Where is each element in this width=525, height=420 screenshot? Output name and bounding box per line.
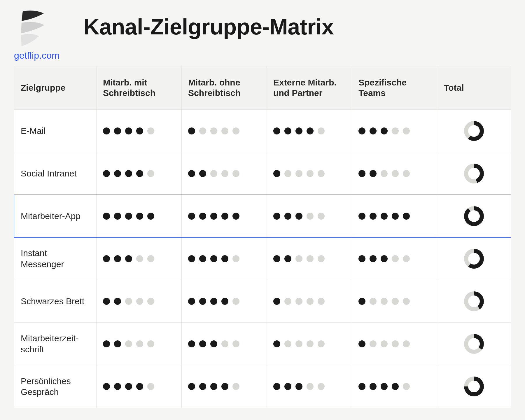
dot-filled-icon [370,383,377,390]
score-cell [97,280,182,323]
dot-empty-icon [403,298,410,305]
dot-filled-icon [199,340,206,347]
dot-empty-icon [403,383,410,390]
score-dots [103,127,175,134]
dot-filled-icon [199,298,206,305]
dot-empty-icon [318,255,325,262]
dot-filled-icon [114,255,121,262]
score-dots [358,383,430,390]
dot-empty-icon [147,255,154,262]
dot-filled-icon [114,213,121,220]
dot-filled-icon [103,340,110,347]
score-cell [352,195,437,237]
score-dots [103,383,175,390]
score-cell [352,323,437,365]
dot-empty-icon [381,170,388,177]
dot-filled-icon [136,213,143,220]
progress-ring-icon [464,164,484,183]
dot-filled-icon [125,383,132,390]
brand-url[interactable]: getflip.com [14,50,60,61]
dot-filled-icon [188,127,195,134]
dot-filled-icon [392,383,399,390]
dot-empty-icon [221,340,228,347]
dot-filled-icon [221,213,228,220]
dot-filled-icon [103,383,110,390]
dot-empty-icon [392,340,399,347]
score-dots [188,340,260,347]
dot-filled-icon [284,213,291,220]
dot-empty-icon [221,127,228,134]
matrix-table: Zielgruppe Mitarb. mit Schreibtisch Mita… [14,66,511,408]
dot-filled-icon [210,383,217,390]
dot-filled-icon [273,170,280,177]
dot-empty-icon [295,255,302,262]
dot-empty-icon [318,213,325,220]
score-cell [352,110,437,152]
dot-filled-icon [210,340,217,347]
score-cell [182,237,267,280]
score-cell [352,152,437,195]
dot-empty-icon [284,170,291,177]
score-cell [182,195,267,237]
score-dots [273,127,345,134]
dot-filled-icon [381,255,388,262]
dot-empty-icon [318,127,325,134]
col-rowheader: Zielgruppe [14,66,97,110]
dot-filled-icon [188,298,195,305]
dot-empty-icon [284,298,291,305]
dot-filled-icon [381,213,388,220]
dot-filled-icon [199,383,206,390]
dot-empty-icon [125,298,132,305]
total-ring-wrap [444,249,504,269]
col-total: Total [437,66,511,110]
dot-empty-icon [125,340,132,347]
dot-empty-icon [136,340,143,347]
dot-empty-icon [295,170,302,177]
dot-filled-icon [188,340,195,347]
dot-filled-icon [114,383,121,390]
dot-empty-icon [136,255,143,262]
table-row: Mitarbeiter-App [14,195,511,237]
score-dots [188,255,260,262]
score-dots [273,383,345,390]
row-label: Mitarbeiter-App [14,195,97,237]
progress-ring-icon [464,377,484,396]
progress-ring-icon [464,121,484,141]
dot-empty-icon [370,340,377,347]
dot-filled-icon [125,170,132,177]
dot-empty-icon [318,298,325,305]
dot-empty-icon [403,340,410,347]
score-cell [182,280,267,323]
score-cell [352,280,437,323]
dot-empty-icon [381,298,388,305]
dot-filled-icon [392,213,399,220]
dot-empty-icon [307,170,314,177]
dot-filled-icon [188,213,195,220]
total-cell [437,365,511,408]
dot-filled-icon [125,255,132,262]
total-cell [437,280,511,323]
score-cell [267,110,352,152]
dot-empty-icon [307,255,314,262]
dot-filled-icon [136,170,143,177]
score-dots [273,298,345,305]
dot-filled-icon [273,383,280,390]
dot-filled-icon [381,127,388,134]
dot-filled-icon [188,170,195,177]
dot-empty-icon [392,255,399,262]
dot-empty-icon [221,170,228,177]
score-dots [273,170,345,177]
dot-filled-icon [381,383,388,390]
dot-filled-icon [103,170,110,177]
dot-empty-icon [232,255,239,262]
dot-filled-icon [358,298,365,305]
dot-empty-icon [392,170,399,177]
dot-filled-icon [125,127,132,134]
dot-filled-icon [221,255,228,262]
dot-empty-icon [295,298,302,305]
dot-filled-icon [114,298,121,305]
col-c3: Externe Mitarb. und Partner [267,66,352,110]
dot-filled-icon [284,255,291,262]
score-cell [97,110,182,152]
dot-empty-icon [307,383,314,390]
